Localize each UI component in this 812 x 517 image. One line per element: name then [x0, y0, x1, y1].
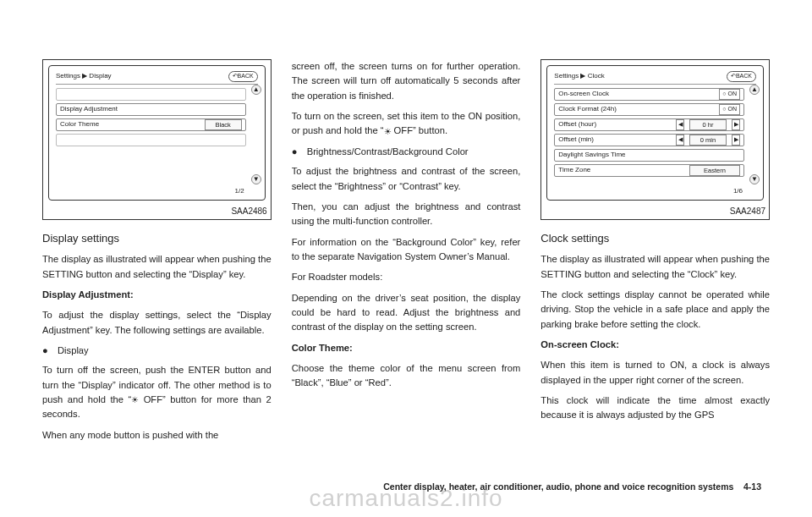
bullet-brightness: ● Brightness/Contrast/Background Color — [292, 145, 521, 159]
breadcrumb: Settings ▶ Display — [56, 71, 112, 81]
body-text: When any mode button is pushed with the — [42, 428, 272, 443]
body-text: To adjust the display settings, select t… — [42, 308, 272, 338]
menu-label: Display Adjustment — [60, 104, 118, 114]
body-text: The display as illustrated will appear w… — [540, 252, 770, 282]
bullet-icon: ● — [42, 344, 51, 358]
column-2: screen off, the screen turns on for furt… — [292, 59, 521, 492]
menu-label: Daylight Savings Time — [558, 150, 625, 160]
body-text: screen off, the screen turns on for furt… — [292, 59, 521, 103]
heading-display-adjustment: Display Adjustment: — [42, 288, 272, 302]
heading-color-theme: Color Theme: — [292, 341, 521, 355]
menu-row-time-zone[interactable]: Time Zone Eastern — [554, 164, 744, 177]
bullet-text: Display — [58, 344, 89, 358]
body-text: This clock will indicate the time almost… — [540, 393, 770, 423]
menu-value: Black — [205, 119, 242, 131]
menu-value: 0 hr — [689, 119, 727, 131]
body-text: Then, you can adjust the brightness and … — [292, 200, 521, 229]
scroll-up-icon[interactable]: ▲ — [749, 85, 760, 95]
body-text: For information on the “Background Color… — [292, 235, 521, 265]
chevron-right-icon[interactable]: ▶ — [732, 119, 740, 130]
figure-clock-settings: Settings ▶ Clock ↶BACK ▲ On-screen Clock… — [540, 59, 770, 220]
body-text: To turn off the screen, push the ENTER b… — [42, 363, 272, 421]
menu-label: Time Zone — [558, 165, 590, 175]
figure-display-settings: Settings ▶ Display ↶BACK ▲ Display Adjus… — [42, 59, 272, 220]
page-footer: Center display, heater, air conditioner,… — [383, 481, 761, 492]
bullet-display: ● Display — [42, 344, 272, 358]
heading-onscreen-clock: On-screen Clock: — [540, 338, 770, 352]
back-button[interactable]: ↶BACK — [727, 71, 756, 82]
bullet-icon: ● — [292, 145, 300, 159]
scroll-down-icon[interactable]: ▼ — [251, 174, 261, 184]
body-text: The display as illustrated will appear w… — [42, 252, 272, 282]
screen-header: Settings ▶ Clock ↶BACK — [554, 71, 756, 85]
body-text: Depending on the driver’s seat position,… — [292, 291, 521, 335]
toggle-value[interactable]: ○ ON — [719, 89, 740, 100]
menu-row-blank — [56, 134, 246, 146]
breadcrumb: Settings ▶ Clock — [554, 71, 604, 81]
chevron-left-icon[interactable]: ◀ — [676, 119, 684, 130]
body-text: To turn on the screen, set this item to … — [292, 109, 521, 139]
menu-row-dst[interactable]: Daylight Savings Time — [554, 149, 744, 162]
body-text: For Roadster models: — [292, 270, 521, 284]
menu-label: Offset (min) — [558, 135, 594, 145]
chevron-left-icon[interactable]: ◀ — [676, 135, 684, 146]
body-text: When this item is turned to ON, a clock … — [540, 358, 770, 388]
heading-display-settings: Display settings — [42, 230, 272, 247]
heading-clock-settings: Clock settings — [540, 230, 770, 247]
body-text: To adjust the brightness and contrast of… — [292, 164, 521, 194]
page-indicator: 1/2 — [235, 186, 244, 196]
menu-row-onscreen-clock[interactable]: On-screen Clock ○ ON — [554, 88, 744, 101]
menu-value: Eastern — [689, 165, 740, 177]
figure-label: SAA2486 — [231, 205, 266, 218]
screen-display: Settings ▶ Display ↶BACK ▲ Display Adjus… — [48, 65, 266, 201]
back-button[interactable]: ↶BACK — [228, 71, 258, 82]
sun-icon: ☀ — [384, 125, 392, 139]
scroll-up-icon[interactable]: ▲ — [251, 85, 261, 95]
body-text: The clock settings display cannot be ope… — [540, 288, 770, 332]
screen-header: Settings ▶ Display ↶BACK — [56, 71, 258, 85]
menu-label: Clock Format (24h) — [558, 104, 616, 114]
menu-row-blank — [56, 88, 246, 101]
scroll-down-icon[interactable]: ▼ — [749, 174, 760, 184]
menu-row-display-adjustment[interactable]: Display Adjustment — [56, 103, 246, 116]
footer-section: Center display, heater, air conditioner,… — [383, 481, 733, 492]
menu-row-offset-hour[interactable]: Offset (hour) ◀ 0 hr ▶ — [554, 118, 744, 131]
menu-row-color-theme[interactable]: Color Theme Black — [56, 118, 246, 131]
screen-clock: Settings ▶ Clock ↶BACK ▲ On-screen Clock… — [546, 65, 764, 201]
menu-row-clock-format[interactable]: Clock Format (24h) ○ ON — [554, 103, 744, 116]
column-1: Settings ▶ Display ↶BACK ▲ Display Adjus… — [42, 59, 272, 492]
text-fragment: OFF” button. — [392, 125, 448, 135]
menu-label: Color Theme — [60, 119, 99, 129]
menu-label: On-screen Clock — [558, 89, 609, 99]
chevron-right-icon[interactable]: ▶ — [732, 135, 740, 146]
column-3: Settings ▶ Clock ↶BACK ▲ On-screen Clock… — [540, 59, 770, 492]
bullet-text: Brightness/Contrast/Background Color — [307, 145, 469, 159]
manual-page: Settings ▶ Display ↶BACK ▲ Display Adjus… — [0, 0, 812, 517]
body-text: Choose the theme color of the menu scree… — [292, 361, 521, 391]
menu-value: 0 min — [689, 135, 727, 146]
figure-label: SAA2487 — [730, 205, 765, 218]
menu-row-offset-min[interactable]: Offset (min) ◀ 0 min ▶ — [554, 134, 744, 146]
toggle-value[interactable]: ○ ON — [719, 104, 740, 115]
menu-label: Offset (hour) — [558, 119, 596, 129]
page-indicator: 1/6 — [733, 186, 743, 196]
sun-icon: ☀ — [131, 393, 139, 407]
footer-page-number: 4-13 — [743, 481, 761, 492]
